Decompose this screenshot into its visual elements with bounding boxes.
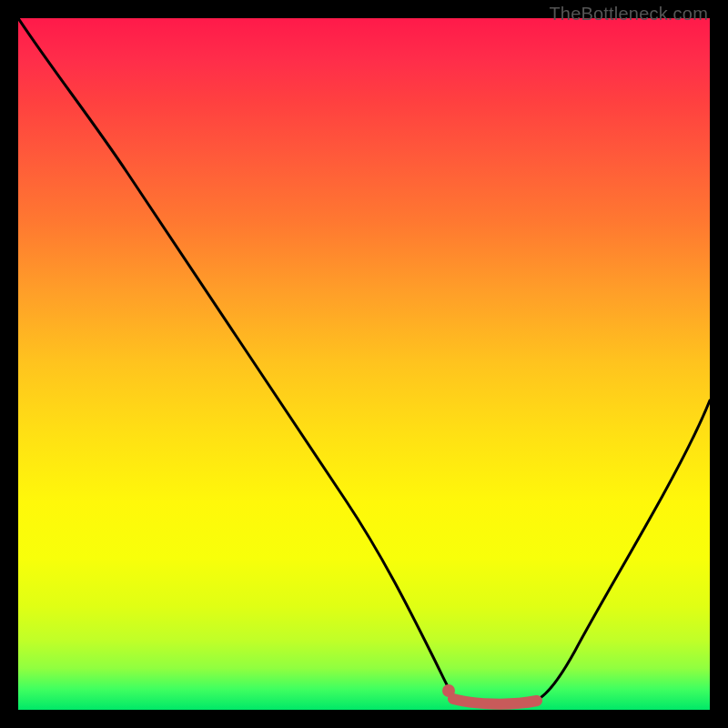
curve-layer xyxy=(18,18,710,710)
watermark-text: TheBottleneck.com xyxy=(549,4,708,25)
bottleneck-curve xyxy=(18,18,710,704)
highlight-segment xyxy=(453,699,537,704)
chart-container: TheBottleneck.com xyxy=(0,0,728,728)
